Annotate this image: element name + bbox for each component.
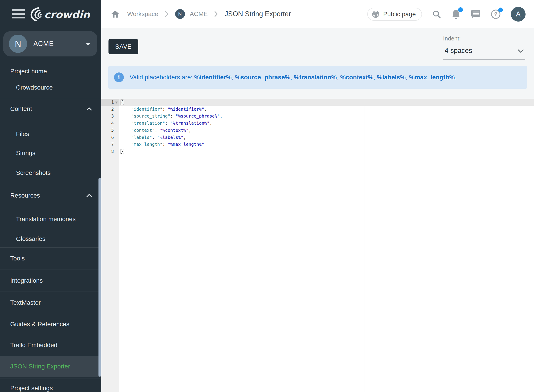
sidebar-item-integrations[interactable]: Integrations — [10, 277, 43, 284]
line-number: 2 — [101, 106, 114, 113]
chevron-up-icon[interactable] — [86, 107, 92, 111]
code-line: "translation": "%translation%", — [121, 120, 212, 127]
indent-label: Indent: — [443, 35, 461, 42]
search-button[interactable] — [432, 10, 441, 19]
code-line: "source_string": "%source_phrase%", — [121, 113, 223, 120]
public-page-button[interactable]: Public page — [367, 8, 422, 21]
search-icon — [432, 10, 441, 19]
sidebar-scrollbar[interactable] — [98, 178, 101, 377]
info-banner: i Valid placeholders are: %identifier%, … — [108, 66, 527, 89]
header-actions: Public page — [367, 0, 525, 28]
line-number: 7 — [101, 141, 114, 148]
line-number: 4 — [101, 120, 114, 127]
save-button[interactable]: SAVE — [108, 39, 138, 54]
divider — [0, 247, 101, 247]
sidebar-item-screenshots[interactable]: Screenshots — [16, 169, 51, 177]
line-number: 1 — [101, 99, 114, 106]
code-line: "labels": "%labels%", — [121, 134, 186, 141]
sidebar-header: crowdin — [0, 0, 101, 28]
sidebar-item-label: JSON String Exporter — [10, 363, 70, 370]
svg-text:crowdin: crowdin — [44, 9, 90, 21]
banner-text: Valid placeholders are: %identifier%, %s… — [130, 74, 456, 81]
indent-selected-value: 4 spaces — [445, 47, 472, 55]
help-badge — [498, 8, 503, 12]
line-number: 6 — [101, 134, 114, 141]
sidebar-item-json-string-exporter[interactable]: JSON String Exporter — [0, 356, 101, 377]
code-line: "identifier": "%identifier%", — [121, 106, 207, 113]
breadcrumb: Workspace N ACME JSON String Exporter — [111, 9, 291, 19]
chevron-right-icon — [165, 11, 169, 17]
public-page-label: Public page — [383, 11, 416, 18]
indent-select[interactable]: 4 spaces — [443, 44, 525, 60]
sidebar-item-tools[interactable]: Tools — [10, 255, 25, 262]
code-line: { — [121, 99, 123, 106]
chat-icon — [471, 9, 481, 19]
hamburger-menu-icon[interactable] — [12, 9, 25, 19]
divider — [0, 292, 101, 292]
sidebar: crowdin N ACME Project home Crowdsource … — [0, 0, 101, 392]
code-line: } — [121, 148, 123, 155]
info-icon: i — [114, 72, 124, 82]
sidebar-item-translation-memories[interactable]: Translation memories — [16, 215, 75, 223]
page-title: JSON String Exporter — [225, 10, 291, 18]
breadcrumb-org-avatar[interactable]: N — [175, 9, 185, 19]
divider — [0, 183, 101, 183]
org-selector[interactable]: N ACME — [3, 31, 97, 56]
globe-icon — [372, 10, 380, 18]
notifications-button[interactable] — [451, 9, 461, 19]
sidebar-item-project-settings[interactable]: Project settings — [10, 385, 53, 392]
notification-badge — [458, 7, 463, 12]
code-editor[interactable]: 1 2 3 4 5 6 7 8 { "identifier": "%identi… — [101, 99, 534, 392]
messages-button[interactable] — [471, 9, 481, 19]
page: crowdin N ACME Project home Crowdsource … — [0, 0, 534, 392]
sidebar-section-content[interactable]: Content — [10, 105, 32, 112]
sidebar-item-strings[interactable]: Strings — [16, 149, 35, 157]
line-number: 5 — [101, 127, 114, 134]
breadcrumb-org[interactable]: ACME — [190, 10, 208, 18]
sidebar-item-project-home[interactable]: Project home — [10, 68, 47, 75]
sidebar-item-textmaster[interactable]: TextMaster — [10, 299, 41, 306]
line-number: 8 — [101, 148, 114, 155]
help-button[interactable]: ? — [491, 9, 501, 19]
top-header: Workspace N ACME JSON String Exporter Pu… — [101, 0, 534, 28]
breadcrumb-workspace[interactable]: Workspace — [127, 10, 158, 18]
crowdin-logo[interactable]: crowdin — [30, 6, 94, 22]
user-avatar[interactable]: A — [511, 7, 525, 22]
line-number: 3 — [101, 113, 114, 120]
sidebar-item-glossaries[interactable]: Glossaries — [16, 235, 45, 243]
divider — [0, 378, 101, 378]
chevron-down-icon — [517, 49, 524, 53]
svg-text:?: ? — [494, 11, 497, 18]
editor-print-margin — [365, 99, 365, 392]
chevron-down-icon — [86, 43, 90, 46]
sidebar-item-crowdsource[interactable]: Crowdsource — [16, 84, 53, 91]
divider — [0, 270, 101, 270]
sidebar-item-files[interactable]: Files — [16, 131, 29, 138]
chevron-right-icon — [214, 11, 218, 17]
sidebar-section-resources[interactable]: Resources — [10, 192, 40, 199]
code-line: "max_length": "%max_length%" — [121, 141, 204, 148]
sidebar-item-trello-embedded[interactable]: Trello Embedded — [10, 341, 57, 349]
home-icon[interactable] — [111, 10, 119, 18]
org-name: ACME — [33, 31, 54, 56]
fold-toggle-icon[interactable] — [115, 102, 118, 103]
editor-active-line-highlight — [101, 99, 534, 106]
divider — [0, 98, 101, 98]
chevron-up-icon[interactable] — [86, 194, 92, 197]
code-line: "context": "%context%", — [121, 127, 191, 134]
org-avatar: N — [9, 35, 27, 53]
sidebar-item-guides-references[interactable]: Guides & References — [10, 321, 69, 328]
